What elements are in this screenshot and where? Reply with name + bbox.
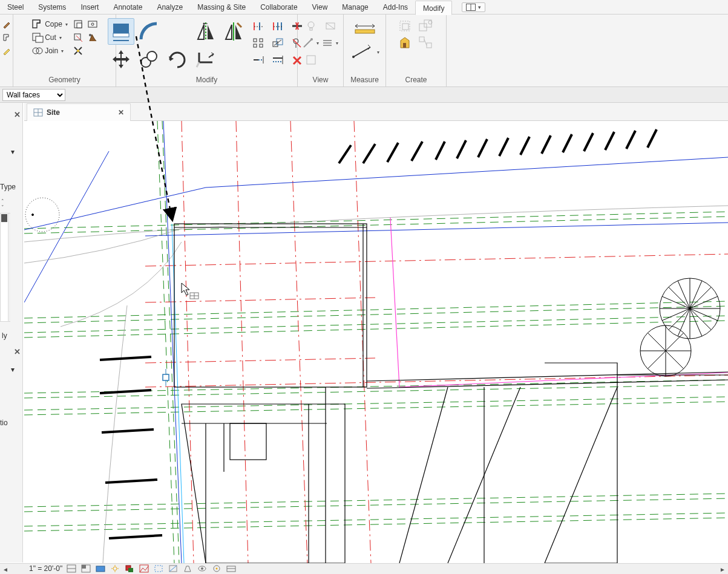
close-icon[interactable]: ✕ xyxy=(118,108,124,117)
move-button[interactable] xyxy=(108,46,134,73)
beam-join-icon[interactable] xyxy=(72,45,84,57)
floorplan-icon xyxy=(33,108,43,117)
edit-type-label[interactable]: Type xyxy=(0,183,16,191)
wall-faces-combo[interactable]: Wall faces xyxy=(2,89,65,101)
show-crop-icon[interactable] xyxy=(168,564,179,573)
chevron-down-icon[interactable]: ▾ xyxy=(11,148,15,156)
panel-modify: Modify xyxy=(116,15,298,86)
svg-rect-98 xyxy=(230,423,266,460)
tab-addins[interactable]: Add-Ins xyxy=(376,0,415,15)
cut-button[interactable]: Cut ▾ xyxy=(30,31,70,44)
extend-multiple-button[interactable] xyxy=(269,52,287,68)
array-button[interactable] xyxy=(249,35,267,51)
align-icon xyxy=(111,21,131,42)
cope-button[interactable]: Cope ▾ xyxy=(30,18,70,30)
create-group-button[interactable] xyxy=(398,18,416,34)
scroll-left-icon[interactable]: ◄ xyxy=(0,564,11,574)
align-button[interactable] xyxy=(108,18,134,45)
chevron-down-icon: ▾ xyxy=(478,4,481,10)
help-dropdown[interactable]: ▾ xyxy=(462,2,485,12)
wall-opening-icon[interactable] xyxy=(72,18,84,30)
mouse-cursor-icon xyxy=(182,283,198,299)
close-icon[interactable]: ✕ xyxy=(13,111,21,120)
svg-line-109 xyxy=(363,144,375,163)
svg-rect-92 xyxy=(174,224,367,387)
tab-collaborate[interactable]: Collaborate xyxy=(253,0,304,15)
uncut-icon[interactable] xyxy=(72,31,84,44)
chevron-down-icon: ▾ xyxy=(336,41,338,46)
trim-single-button[interactable] xyxy=(249,18,267,34)
linework-icon[interactable]: ▾ xyxy=(302,35,320,51)
split-face-icon[interactable] xyxy=(87,18,99,30)
paint-icon[interactable] xyxy=(1,18,13,30)
aligned-dimension-button[interactable] xyxy=(350,18,379,40)
tab-massing-site[interactable]: Massing & Site xyxy=(190,0,253,15)
sun-path-icon[interactable] xyxy=(110,564,120,573)
mirror-draw-button[interactable] xyxy=(220,18,247,45)
svg-point-5 xyxy=(36,48,42,54)
properties-palette-strip: ✕ ▾ Type ˄ ˅ ly ✕ ▾ tio xyxy=(0,103,23,563)
svg-line-91 xyxy=(172,224,184,563)
reveal-hidden-icon[interactable] xyxy=(211,564,222,573)
temporary-hide-icon[interactable] xyxy=(197,564,208,573)
join-button[interactable]: Join ▾ xyxy=(30,45,70,57)
lock-3d-icon[interactable] xyxy=(182,564,193,573)
trim-multiple-button[interactable] xyxy=(269,18,287,34)
tab-view[interactable]: View xyxy=(305,0,335,15)
tab-insert[interactable]: Insert xyxy=(73,0,106,15)
measure-button[interactable]: ▾ xyxy=(350,41,379,63)
create-similar-button[interactable] xyxy=(398,35,416,51)
notch-icon[interactable] xyxy=(1,31,13,44)
lightbulb-icon[interactable] xyxy=(302,18,320,34)
detail-level-icon[interactable] xyxy=(80,564,91,573)
demolish-icon[interactable] xyxy=(87,31,99,44)
rendering-icon[interactable] xyxy=(139,564,149,573)
hide-category-icon[interactable] xyxy=(321,18,339,34)
tab-steel[interactable]: Steel xyxy=(0,0,31,15)
hidden-lines-icon[interactable] xyxy=(302,52,320,68)
svg-line-85 xyxy=(145,358,375,363)
svg-point-55 xyxy=(352,56,355,58)
scroll-right-icon[interactable]: ► xyxy=(717,564,728,574)
crop-view-icon[interactable] xyxy=(153,564,164,573)
tab-annotate[interactable]: Annotate xyxy=(106,0,149,15)
create-parts-button[interactable] xyxy=(417,35,435,51)
trim-corner-icon xyxy=(195,49,216,70)
highlighter-icon[interactable] xyxy=(1,45,13,57)
drawing-canvas[interactable] xyxy=(24,121,728,563)
rotate-button[interactable] xyxy=(163,46,190,73)
svg-rect-62 xyxy=(419,37,424,42)
mirror-axis-button[interactable] xyxy=(192,18,219,45)
svg-rect-52 xyxy=(307,56,315,64)
svg-line-131 xyxy=(669,287,690,308)
worksharing-display-icon[interactable] xyxy=(226,564,237,573)
list-item[interactable] xyxy=(1,214,7,223)
visual-style-icon[interactable] xyxy=(95,564,106,573)
offset-button[interactable] xyxy=(136,18,162,45)
svg-point-45 xyxy=(308,22,314,28)
svg-line-84 xyxy=(145,298,375,302)
scale-label[interactable]: 1" = 20'-0" xyxy=(29,564,62,573)
tab-modify[interactable]: Modify xyxy=(415,1,452,15)
chevron-down-icon[interactable]: ▾ xyxy=(11,365,15,374)
scale-list-icon[interactable] xyxy=(66,564,77,573)
panel-layout-icon xyxy=(466,4,476,11)
svg-point-175 xyxy=(216,568,218,570)
chevron-up-icon[interactable]: ˄ xyxy=(1,198,7,204)
copy-button[interactable] xyxy=(136,46,162,73)
tab-analyze[interactable]: Analyze xyxy=(149,0,190,15)
override-icon[interactable]: ▾ xyxy=(321,35,339,51)
svg-line-87 xyxy=(182,121,194,563)
view-tab-site[interactable]: Site ✕ xyxy=(27,103,131,122)
tab-systems[interactable]: Systems xyxy=(31,0,73,15)
close-icon[interactable]: ✕ xyxy=(13,348,21,357)
scale-button[interactable] xyxy=(269,35,287,51)
create-assembly-button[interactable] xyxy=(417,18,435,34)
shadows-icon[interactable] xyxy=(124,564,135,573)
chevron-down-icon: ▾ xyxy=(59,35,62,41)
extend-single-button[interactable] xyxy=(249,52,267,68)
tab-manage[interactable]: Manage xyxy=(335,0,375,15)
chevron-down-icon[interactable]: ˅ xyxy=(1,204,7,210)
trim-corner-button[interactable] xyxy=(192,46,219,73)
scrollbar[interactable] xyxy=(8,214,10,321)
